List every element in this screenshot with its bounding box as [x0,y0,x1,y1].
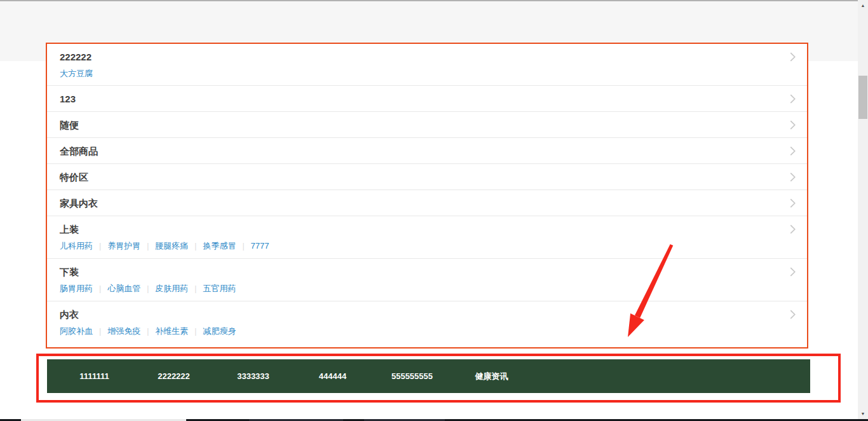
category-row[interactable]: 特价区 [47,164,807,190]
subcategory-link[interactable]: 皮肤用药 [140,284,188,293]
subcategory-links: 阿胶补血增强免疫补维生素减肥瘦身 [60,325,796,338]
footer-nav-item[interactable]: 2222222 [134,371,214,381]
category-title[interactable]: 下装 [60,265,79,279]
category-title[interactable]: 特价区 [60,170,88,184]
footer-nav-item[interactable]: 555555555 [372,371,452,381]
category-menu-panel: 222222 大方豆腐 123 随便 [46,43,808,349]
subcategory-link[interactable]: 儿科用药 [60,241,93,251]
category-title[interactable]: 家具内衣 [60,197,98,210]
subcategory-link[interactable]: 7777 [236,241,269,251]
subcategory-link[interactable]: 心脑血管 [93,284,140,293]
chevron-right-icon [790,146,796,156]
chevron-right-icon [790,198,796,208]
chevron-right-icon [790,172,796,182]
footer-nav-item[interactable]: 444444 [293,371,372,381]
subcategory-link[interactable]: 换季感冒 [188,241,236,251]
footer-nav-bar: 1111111 2222222 3333333 444444 555555555… [47,359,810,393]
category-title[interactable]: 上装 [60,223,79,236]
footer-nav-item[interactable]: 1111111 [55,371,134,381]
subcategory-links: 儿科用药养胃护胃腰腿疼痛换季感冒7777 [60,240,796,252]
subcategory-link[interactable]: 增强免疫 [93,326,140,336]
category-row[interactable]: 123 [47,86,807,112]
chevron-right-icon [790,52,796,62]
footer-nav-item[interactable]: 健康资讯 [452,371,531,382]
category-title[interactable]: 随便 [60,118,79,132]
category-title[interactable]: 222222 [60,50,92,64]
category-title[interactable]: 内衣 [60,308,79,321]
scroll-up-icon[interactable]: ▲ [858,0,868,10]
subcategory-link[interactable]: 腰腿疼痛 [140,241,188,251]
category-title[interactable]: 123 [60,92,76,106]
chevron-right-icon [790,310,796,319]
category-row[interactable]: 内衣 阿胶补血增强免疫补维生素减肥瘦身 [47,301,807,343]
subcategory-link[interactable]: 减肥瘦身 [188,326,236,336]
category-row[interactable]: 222222 大方豆腐 [47,44,807,86]
category-row[interactable]: 家具内衣 [47,190,807,216]
subcategory-link[interactable]: 补维生素 [140,326,188,336]
subcategory-link[interactable]: 肠胃用药 [60,284,93,293]
page: 222222 大方豆腐 123 随便 [0,0,868,421]
category-title[interactable]: 全部商品 [60,144,98,158]
chevron-right-icon [790,120,796,130]
scrollbar-thumb[interactable] [858,76,867,119]
chevron-right-icon [790,224,796,234]
subcategory-link[interactable]: 五官用药 [188,284,236,293]
footer-nav-item[interactable]: 3333333 [214,371,293,381]
subcategory-link[interactable]: 阿胶补血 [60,326,93,336]
subcategory-link[interactable]: 养胃护胃 [93,241,140,251]
category-row[interactable]: 全部商品 [47,138,807,164]
category-row[interactable]: 上装 儿科用药养胃护胃腰腿疼痛换季感冒7777 [47,216,807,259]
category-row[interactable]: 下装 肠胃用药心脑血管皮肤用药五官用药 [47,259,807,301]
scroll-down-icon[interactable]: ▼ [858,408,868,418]
chevron-right-icon [790,94,796,104]
subcategory-link[interactable]: 大方豆腐 [60,69,93,78]
subcategory-links: 肠胃用药心脑血管皮肤用药五官用药 [60,282,796,295]
chevron-right-icon [790,267,796,277]
category-row[interactable]: 随便 [47,112,807,138]
vertical-scrollbar[interactable]: ▲ ▼ [858,0,868,421]
subcategory-links: 大方豆腐 [60,67,796,79]
